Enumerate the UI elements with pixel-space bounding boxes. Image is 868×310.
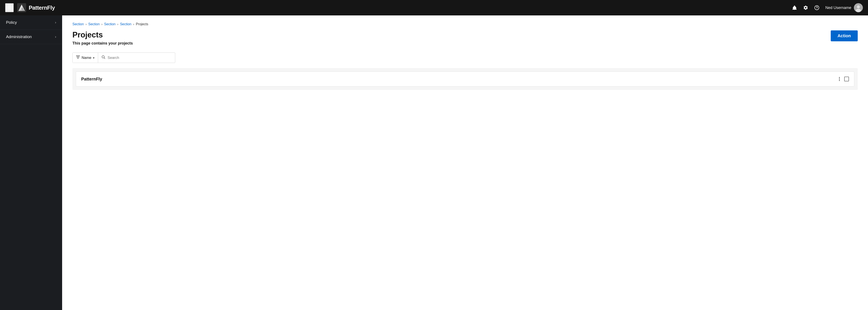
table-container: PatternFly (72, 68, 858, 90)
filter-select[interactable]: Name ▾ (73, 53, 98, 63)
app-layout: Policy › Administration › Section › Sect… (0, 0, 868, 310)
breadcrumb-separator-1: › (86, 23, 87, 26)
table-row-actions (838, 76, 849, 82)
page-title-block: Projects This page contains your project… (72, 30, 133, 45)
topnav-icon-group: Ned Username (792, 3, 863, 12)
sidebar-item-administration[interactable]: Administration › (0, 30, 62, 44)
page-header: Projects This page contains your project… (72, 30, 858, 45)
svg-point-8 (856, 9, 861, 12)
svg-point-7 (857, 5, 860, 8)
top-navigation: ☰ PatternFly Ne (0, 0, 868, 15)
svg-point-10 (839, 77, 840, 78)
kebab-menu-button[interactable] (838, 76, 841, 82)
page-subtitle: This page contains your projects (72, 41, 133, 45)
breadcrumb-section-3[interactable]: Section (104, 22, 116, 26)
filter-chevron-icon: ▾ (93, 56, 94, 60)
breadcrumb-separator-3: › (117, 23, 118, 26)
user-avatar (854, 3, 863, 12)
svg-point-11 (839, 78, 840, 79)
filter-search-area (98, 53, 175, 63)
filter-bar: Name ▾ (72, 53, 175, 63)
sidebar-item-administration-label: Administration (6, 34, 32, 39)
search-input[interactable] (107, 56, 172, 60)
help-icon[interactable] (814, 5, 819, 10)
user-menu[interactable]: Ned Username (825, 3, 863, 12)
patternfly-logo-icon (17, 3, 26, 12)
breadcrumb-current: Projects (136, 22, 148, 26)
sidebar-item-policy[interactable]: Policy › (0, 15, 62, 30)
breadcrumb-separator-4: › (133, 23, 134, 26)
brand-logo[interactable]: PatternFly (17, 3, 55, 12)
page-title: Projects (72, 30, 133, 39)
username-label: Ned Username (825, 6, 851, 10)
hamburger-menu-button[interactable]: ☰ (5, 3, 14, 12)
filter-select-label: Name (82, 56, 91, 60)
main-content: Section › Section › Section › Section › … (62, 15, 868, 310)
chevron-right-icon: › (55, 21, 56, 25)
notifications-icon[interactable] (792, 5, 797, 10)
settings-icon[interactable] (803, 5, 808, 10)
sidebar-item-policy-label: Policy (6, 20, 17, 25)
row-checkbox[interactable] (844, 77, 849, 81)
chevron-right-icon: › (55, 35, 56, 39)
breadcrumb-section-2[interactable]: Section (88, 22, 100, 26)
hamburger-icon: ☰ (7, 5, 11, 10)
table-row: PatternFly (76, 71, 854, 87)
breadcrumb: Section › Section › Section › Section › … (72, 22, 858, 26)
breadcrumb-section-4[interactable]: Section (120, 22, 131, 26)
table-row-name: PatternFly (81, 77, 102, 81)
breadcrumb-section-1[interactable]: Section (72, 22, 84, 26)
brand-name: PatternFly (29, 4, 55, 11)
svg-point-12 (839, 80, 840, 81)
action-button[interactable]: Action (831, 30, 858, 41)
filter-icon (76, 55, 80, 60)
search-icon (101, 55, 105, 60)
svg-point-5 (816, 8, 817, 9)
breadcrumb-separator-2: › (101, 23, 102, 26)
sidebar: Policy › Administration › (0, 15, 62, 310)
